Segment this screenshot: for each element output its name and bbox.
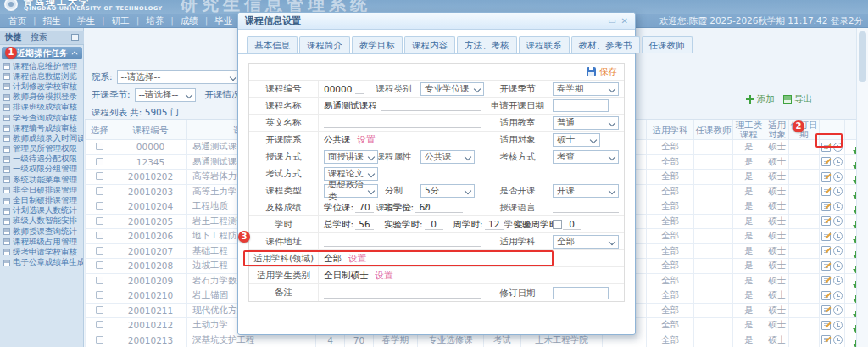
dialog-tab[interactable]: 教学目标 xyxy=(352,36,403,53)
course-code-input[interactable] xyxy=(355,83,364,94)
sidebar-menu-item[interactable]: 课程信息维护管理 xyxy=(2,61,83,71)
row-checkbox[interactable] xyxy=(96,306,103,314)
hours-input[interactable]: 56 xyxy=(355,219,374,230)
hours-input[interactable]: 0 xyxy=(425,219,443,230)
sidebar-menu-item[interactable]: 教师成绩录入时间设定 xyxy=(2,133,83,143)
sidebar-menu-item[interactable]: 全日制硕排课管理 xyxy=(2,195,83,205)
row-checkbox[interactable] xyxy=(96,232,103,239)
edit-icon[interactable] xyxy=(821,172,831,182)
edit-icon[interactable] xyxy=(821,187,831,196)
row-checkbox[interactable] xyxy=(96,247,103,255)
subject-select[interactable]: 全部 xyxy=(553,235,619,249)
scrollbar-thumb[interactable] xyxy=(859,31,866,82)
sidebar-menu-item[interactable]: 教师授课查询统计 xyxy=(2,227,83,237)
edit-icon[interactable] xyxy=(821,157,831,166)
classroom-select[interactable]: 普通 xyxy=(553,116,619,130)
nav-item[interactable]: 研工 xyxy=(98,15,133,27)
revision-date-input[interactable] xyxy=(553,287,609,299)
row-checkbox[interactable] xyxy=(96,321,103,328)
credit-input[interactable]: 2 xyxy=(420,202,463,213)
student-type-set-link[interactable]: 设置 xyxy=(376,270,393,282)
dialog-tab[interactable]: 方法、考核 xyxy=(457,36,517,53)
edit-icon[interactable] xyxy=(821,246,831,255)
sidebar-window-icon[interactable] xyxy=(71,34,79,41)
sidebar-menu-item[interactable]: 课程信息数据浏览 xyxy=(2,71,83,81)
vertical-scrollbar[interactable] xyxy=(856,28,868,347)
nav-item[interactable]: 培养 xyxy=(133,15,168,27)
season-select[interactable]: 春学期 xyxy=(553,82,619,96)
sidebar-tab-quick[interactable]: 快捷 xyxy=(5,31,22,43)
row-checkbox[interactable] xyxy=(96,158,103,165)
sidebar-menu-item[interactable]: 一级权限分组管理 xyxy=(2,165,83,175)
history-icon[interactable] xyxy=(833,143,843,152)
row-checkbox[interactable] xyxy=(96,277,103,284)
sidebar-menu-item[interactable]: 系统功能菜单管理 xyxy=(2,175,83,185)
sidebar-tab-search[interactable]: 搜索 xyxy=(31,31,47,43)
edit-icon[interactable] xyxy=(821,276,831,285)
sidebar-menu-item[interactable]: 排课班级成绩审核 xyxy=(2,103,83,113)
row-checkbox[interactable] xyxy=(96,172,103,180)
dialog-tab[interactable]: 课程简介 xyxy=(299,36,350,53)
history-icon[interactable] xyxy=(833,187,843,196)
sidebar-menu-item[interactable]: 课程编号成绩审核 xyxy=(2,123,83,133)
sidebar-menu-item[interactable]: 电子公章成绩单生成 xyxy=(2,258,83,268)
row-checkbox[interactable] xyxy=(96,143,103,150)
english-name-input[interactable] xyxy=(324,117,481,128)
course-name-input[interactable] xyxy=(381,100,481,111)
add-button[interactable]: 添加 xyxy=(746,93,775,105)
nav-item[interactable]: 学生 xyxy=(64,15,99,27)
close-icon[interactable]: ✕ xyxy=(621,17,628,25)
row-checkbox[interactable] xyxy=(96,336,103,344)
history-icon[interactable] xyxy=(833,246,843,255)
edit-icon[interactable] xyxy=(821,321,831,330)
history-icon[interactable] xyxy=(833,305,843,315)
history-icon[interactable] xyxy=(833,276,843,285)
history-icon[interactable] xyxy=(833,335,843,344)
history-icon[interactable] xyxy=(833,172,843,182)
sidebar-menu-item[interactable]: 缓考申请学校审核 xyxy=(2,247,83,257)
dialog-tab[interactable]: 课程联系 xyxy=(519,36,570,53)
note-input[interactable] xyxy=(324,288,481,299)
edit-icon[interactable] xyxy=(821,291,831,300)
dialog-tab[interactable]: 课程内容 xyxy=(404,36,455,53)
history-icon[interactable] xyxy=(833,202,843,211)
row-checkbox[interactable] xyxy=(96,291,103,299)
sidebar-menu-item[interactable]: 一级待遇分配权限 xyxy=(2,154,83,165)
row-checkbox[interactable] xyxy=(96,217,103,225)
sidebar-menu-item[interactable]: 非全日硕排课管理 xyxy=(2,185,83,195)
nav-item[interactable]: 成绩 xyxy=(167,15,202,27)
course-type-select[interactable]: 思想政治类 xyxy=(324,184,378,198)
sidebar-menu-item[interactable]: 管理员所管理权限 xyxy=(2,144,83,154)
row-checkbox[interactable] xyxy=(96,187,103,195)
history-icon[interactable] xyxy=(833,232,843,241)
dialog-tab[interactable]: 教材、参考书 xyxy=(571,36,640,53)
edit-icon[interactable] xyxy=(821,216,831,226)
scale-select[interactable]: 5分 xyxy=(420,184,475,198)
course-attr-select[interactable]: 公共课 xyxy=(420,150,475,164)
degree-course-checkbox[interactable] xyxy=(553,220,562,229)
sidebar-menu-item[interactable]: 课程班级占用管理 xyxy=(2,237,83,247)
edit-icon[interactable] xyxy=(821,261,831,271)
row-checkbox[interactable] xyxy=(96,261,103,269)
edit-icon[interactable] xyxy=(821,305,831,315)
sidebar-menu-item[interactable]: 班级人数智能安排 xyxy=(2,216,83,227)
dept-filter-select[interactable]: --请选择-- xyxy=(117,70,240,84)
minimize-icon[interactable]: ▭ xyxy=(608,17,615,25)
edit-icon[interactable] xyxy=(821,143,831,152)
open-select[interactable]: 开课 xyxy=(553,184,619,198)
teach-mode-select[interactable]: 面授讲课 xyxy=(324,150,378,164)
export-button[interactable]: 导出 xyxy=(783,93,812,105)
sidebar-menu-item[interactable]: 学号查询成绩审核 xyxy=(2,113,83,123)
sidebar-menu-item[interactable]: 计划修改学校审核 xyxy=(2,81,83,92)
assess-select[interactable]: 考查 xyxy=(553,150,619,164)
edit-icon[interactable] xyxy=(821,232,831,241)
language-input[interactable] xyxy=(553,202,619,213)
sidebar-menu-item[interactable]: 教师身份模拟登录 xyxy=(2,92,83,103)
target-select[interactable]: 硕士 xyxy=(553,133,600,147)
course-category-select[interactable]: 专业学位课 xyxy=(420,82,484,96)
edit-icon[interactable] xyxy=(821,202,831,211)
row-checkbox[interactable] xyxy=(96,202,103,210)
save-button[interactable]: 保存 xyxy=(249,64,624,81)
history-icon[interactable] xyxy=(833,157,843,166)
subject-field-set-link[interactable]: 设置 xyxy=(348,253,366,265)
